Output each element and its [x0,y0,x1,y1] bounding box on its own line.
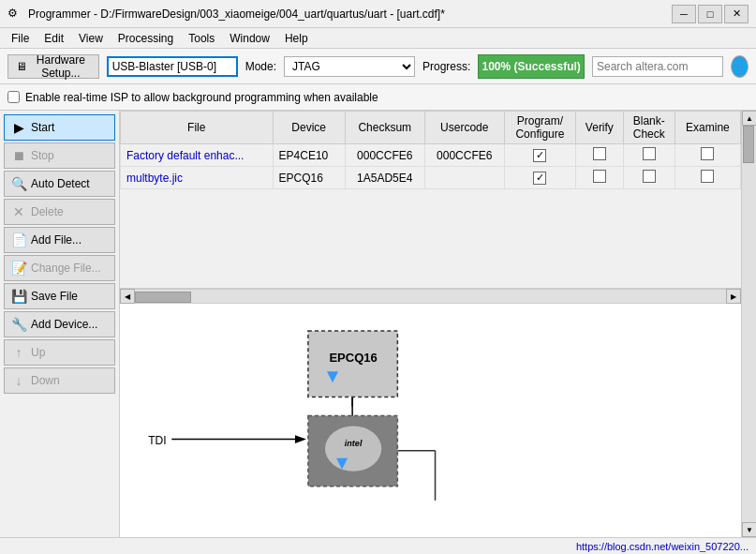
col-file: File [121,112,274,144]
sidebar: ▶ Start ⏹ Stop 🔍 Auto Detect ✕ Delete 📄 … [0,111,120,537]
menu-window[interactable]: Window [222,30,277,47]
table-and-diagram: File Device Checksum Usercode Program/Co… [120,111,741,537]
horizontal-scrollbar[interactable]: ◀ ▶ [120,289,741,304]
add-device-label: Add Device... [31,318,97,331]
svg-text:intel: intel [345,439,363,448]
verify-checkbox[interactable] [593,147,606,160]
vertical-scrollbar[interactable]: ▲ ▼ [741,111,756,537]
hardware-input[interactable] [107,56,238,77]
scroll-track[interactable] [135,290,726,303]
examine-cell[interactable] [674,167,740,189]
add-file-label: Add File... [31,233,82,247]
toolbar: 🖥 Hardware Setup... Mode: JTAG Active Se… [0,49,756,84]
down-label: Down [31,374,60,387]
usercode-cell: 000CCFE6 [424,144,504,167]
start-label: Start [31,121,54,134]
mode-select[interactable]: JTAG Active Serial Programming Passive S… [284,56,415,77]
minimize-button[interactable]: ─ [672,5,696,23]
add-file-button[interactable]: 📄 Add File... [4,227,115,253]
program-checkbox[interactable] [533,172,546,185]
program-cell[interactable] [504,167,575,189]
device-cell: EP4CE10 [273,144,345,167]
examine-checkbox[interactable] [701,147,714,160]
verify-cell[interactable] [576,167,624,189]
status-link[interactable]: https://blog.csdn.net/weixin_507220... [576,541,749,552]
program-table-container[interactable]: File Device Checksum Usercode Program/Co… [120,111,741,289]
table-row[interactable]: multbyte.jic EPCQ16 1A5AD5E4 [121,167,741,189]
title-bar: ⚙ Programmer - D:/FirmwareDesign/003_xia… [0,0,756,28]
scroll-right-button[interactable]: ▶ [726,289,741,304]
hardware-setup-button[interactable]: 🖥 Hardware Setup... [7,54,99,79]
start-icon: ▶ [10,120,27,135]
blank-cell[interactable] [623,167,674,189]
progress-bar: 100% (Successful) [478,54,585,79]
save-file-button[interactable]: 💾 Save File [4,283,115,309]
examine-checkbox[interactable] [701,170,714,183]
program-cell[interactable] [504,144,575,167]
right-panel: File Device Checksum Usercode Program/Co… [120,111,756,537]
search-globe-button[interactable]: 🌐 [731,55,749,78]
jtag-diagram: TDI EPCQ16 in [120,304,741,537]
menu-processing[interactable]: Processing [111,30,181,47]
table-row[interactable]: Factory default enhac... EP4CE10 000CCFE… [121,144,741,167]
app-icon: ⚙ [7,7,22,22]
scroll-down-button[interactable]: ▼ [742,522,756,537]
file-cell[interactable]: Factory default enhac... [121,144,274,167]
col-examine: Examine [674,112,740,144]
blank-checkbox[interactable] [643,170,656,183]
col-blank: Blank-Check [623,112,674,144]
down-button[interactable]: ↓ Down [4,367,115,394]
menu-edit[interactable]: Edit [37,30,71,47]
add-device-button[interactable]: 🔧 Add Device... [4,311,115,337]
auto-detect-icon: 🔍 [10,176,27,191]
maximize-button[interactable]: □ [698,5,722,23]
up-label: Up [31,346,45,359]
col-device: Device [273,112,345,144]
device-cell: EPCQ16 [273,167,345,189]
start-button[interactable]: ▶ Start [4,114,115,141]
mode-label: Mode: [245,60,276,73]
delete-button[interactable]: ✕ Delete [4,199,115,225]
scroll-up-button[interactable]: ▲ [742,111,756,126]
auto-detect-label: Auto Detect [31,177,90,190]
blank-checkbox[interactable] [643,147,656,160]
title-text: Programmer - D:/FirmwareDesign/003_xiaom… [28,7,672,21]
auto-detect-button[interactable]: 🔍 Auto Detect [4,171,115,197]
usercode-cell [424,167,504,189]
status-bar: https://blog.csdn.net/weixin_507220... [0,537,756,554]
delete-icon: ✕ [10,204,27,219]
isp-checkbox[interactable] [7,91,20,103]
window-controls: ─ □ ✕ [672,5,749,23]
add-file-icon: 📄 [10,232,27,247]
down-icon: ↓ [10,373,27,388]
verify-checkbox[interactable] [593,170,606,183]
blank-cell[interactable] [623,144,674,167]
v-scroll-thumb[interactable] [743,126,754,163]
search-input[interactable] [592,56,723,77]
stop-icon: ⏹ [10,148,27,163]
svg-point-7 [325,427,381,472]
delete-label: Delete [31,205,64,218]
up-button[interactable]: ↑ Up [4,339,115,366]
progress-label: Progress: [422,60,470,73]
add-device-icon: 🔧 [10,317,27,332]
col-verify: Verify [576,112,624,144]
close-button[interactable]: ✕ [724,5,749,23]
col-checksum: Checksum [345,112,424,144]
program-checkbox[interactable] [533,149,546,162]
examine-cell[interactable] [674,144,740,167]
scroll-thumb[interactable] [135,292,191,303]
col-program: Program/Configure [504,112,575,144]
scroll-left-button[interactable]: ◀ [120,289,135,304]
menu-help[interactable]: Help [277,30,316,47]
verify-cell[interactable] [576,144,624,167]
file-cell[interactable]: multbyte.jic [121,167,274,189]
isp-label: Enable real-time ISP to allow background… [25,91,378,104]
change-file-button[interactable]: 📝 Change File... [4,255,115,281]
menu-file[interactable]: File [4,30,37,47]
v-scroll-track[interactable] [742,126,756,522]
menu-view[interactable]: View [71,30,111,47]
up-icon: ↑ [10,345,27,360]
menu-tools[interactable]: Tools [181,30,222,47]
stop-button[interactable]: ⏹ Stop [4,142,115,169]
